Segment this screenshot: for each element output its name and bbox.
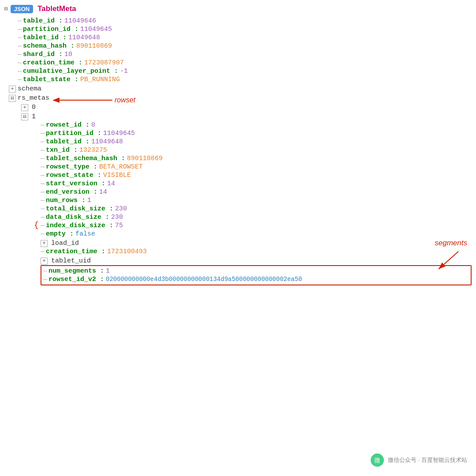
empty-key: empty : xyxy=(46,230,74,238)
index-disk-size-key: index_disk_size : xyxy=(46,222,113,229)
creation-time2-key: creation_time : xyxy=(46,248,105,255)
tablet-id2-row: — tablet_id : 11049648 xyxy=(41,138,472,146)
segments-highlight-box: — num_segments : 1 — rowset_id_v2 : 0200… xyxy=(41,265,472,285)
schema-node: + schema xyxy=(4,84,472,93)
partition-id2-key: partition_id : xyxy=(46,130,101,137)
tablet-id2-val: 11049648 xyxy=(91,138,123,146)
schema-row: + schema xyxy=(9,84,472,93)
page-title: TabletMeta xyxy=(37,4,76,13)
partition-id2-val: 11049645 xyxy=(103,130,135,137)
creation-time2-row: — creation_time : 1723100493 xyxy=(41,247,472,256)
rowset-arrow-svg xyxy=(53,94,115,106)
tablet-uid-expander[interactable]: + xyxy=(41,258,48,265)
schema-label: schema xyxy=(18,85,41,93)
rowset-id-key: rowset_id : xyxy=(46,121,89,129)
empty-row: — empty : false xyxy=(41,230,472,238)
num-segments-key: num_segments : xyxy=(48,267,104,275)
shard-id-val: 10 xyxy=(64,51,72,58)
rowset-type-val: BETA_ROWSET xyxy=(99,163,143,171)
index-1-children: — rowset_id : 0 — partition_id : 1104964… xyxy=(21,121,472,285)
empty-val: false xyxy=(75,230,95,238)
tablet-state-key: tablet_state : xyxy=(23,76,78,83)
cumulative-layer-point-val: -1 xyxy=(120,67,128,75)
table-id-key: table_id : xyxy=(23,17,63,25)
schema-hash-key: schema_hash : xyxy=(23,42,74,50)
total-disk-size-val: 230 xyxy=(115,205,127,213)
index-0-expander[interactable]: + xyxy=(21,104,28,111)
num-rows-val: 1 xyxy=(87,197,91,204)
index-1-row: ⊟ 1 xyxy=(21,112,472,121)
tablet-schema-hash-val: 890110869 xyxy=(127,155,163,162)
rowset-type-row: — rowset_type : BETA_ROWSET xyxy=(41,163,472,171)
rowset-label: rowset xyxy=(115,96,135,104)
creation-time2-val: 1723100493 xyxy=(107,248,147,255)
tablet-id-row: — tablet_id : 11049648 xyxy=(18,34,472,42)
index-1-label: 1 xyxy=(32,113,36,120)
rs-metas-row: ⊟ rs_metas rowset xyxy=(9,93,472,102)
rowset-id-v2-row: — rowset_id_v2 : 020000000000e4d3b000000… xyxy=(43,275,469,284)
schema-hash-row: — schema_hash : 890110869 xyxy=(18,42,472,50)
rowset-id-row: — rowset_id : 0 xyxy=(41,121,472,129)
rowset-id-v2-key: rowset_id_v2 : xyxy=(48,276,104,283)
partition-id-row: — partition_id : 11049645 xyxy=(18,25,472,34)
tablet-uid-row: + tablet_uid xyxy=(41,256,472,265)
shard-id-row: — shard_id : 10 xyxy=(18,50,472,59)
tablet-id-key: tablet_id : xyxy=(23,34,67,41)
data-disk-size-key: data_disk_size : xyxy=(46,214,109,221)
end-version-row: — end_version : 14 xyxy=(41,188,472,196)
cumulative-layer-point-row: — cumulative_layer_point : -1 xyxy=(18,67,472,75)
schema-expander[interactable]: + xyxy=(9,86,16,93)
load-id-expander[interactable]: + xyxy=(41,240,48,247)
start-version-key: start_version : xyxy=(46,180,105,187)
txn-id-val: 1323275 xyxy=(79,146,107,154)
wechat-icon: 微 xyxy=(370,453,384,467)
tablet-state-val: PB_RUNNING xyxy=(80,76,120,83)
load-id-label: load_id xyxy=(51,240,79,247)
index-disk-size-val: 75 xyxy=(115,222,123,229)
segments-annotation-area: segments xyxy=(41,265,472,285)
table-id-row: — table_id : 11049646 xyxy=(18,17,472,25)
num-segments-row: — num_segments : 1 xyxy=(43,267,469,275)
rs-metas-expander[interactable]: ⊟ xyxy=(9,95,16,102)
num-segments-val: 1 xyxy=(106,267,110,275)
txn-id-key: txn_id : xyxy=(46,146,78,154)
tablet-id-val: 11049648 xyxy=(68,34,100,41)
watermark-text: 微信公众号 · 百度智能云技术站 xyxy=(388,456,467,464)
num-rows-row: — num_rows : 1 xyxy=(41,196,472,205)
rowset-id-val: 0 xyxy=(91,121,95,129)
header-row: ⊟ JSON TabletMeta xyxy=(4,4,472,13)
num-rows-key: num_rows : xyxy=(46,197,86,204)
tablet-id2-key: tablet_id : xyxy=(46,138,89,146)
schema-hash-val: 890110869 xyxy=(76,42,112,50)
index-0-label: 0 xyxy=(32,104,36,111)
rowset-state-row: — rowset_state : VISIBLE xyxy=(41,171,472,180)
creation-time-val: 1723087907 xyxy=(84,59,124,67)
partition-id-val: 11049645 xyxy=(80,26,112,33)
watermark: 微 微信公众号 · 百度智能云技术站 xyxy=(370,453,467,467)
end-version-val: 14 xyxy=(99,188,107,196)
tablet-uid-label: tablet_uid xyxy=(51,257,91,265)
index-1-node: ⊟ 1 — rowset_id : 0 — partition_id : 110… xyxy=(9,112,472,285)
load-id-row: + load_id xyxy=(41,238,472,247)
tablet-state-row: — tablet_state : PB_RUNNING xyxy=(18,75,472,84)
data-disk-size-val: 230 xyxy=(111,214,123,221)
rs-metas-label: rs_metas xyxy=(18,94,49,102)
rowset-state-val: VISIBLE xyxy=(103,172,131,179)
tablet-schema-hash-key: tablet_schema_hash : xyxy=(46,155,125,162)
end-version-key: end_version : xyxy=(46,188,97,196)
cumulative-layer-point-key: cumulative_layer_point : xyxy=(23,67,118,75)
rowset-id-v2-val: 020000000000e4d3b00000000000134d9a500000… xyxy=(106,276,302,283)
index-disk-size-row: { — index_disk_size : 75 xyxy=(41,221,472,230)
rowset-type-key: rowset_type : xyxy=(46,163,97,171)
index-1-expander[interactable]: ⊟ xyxy=(21,113,28,120)
tablet-schema-hash-row: — tablet_schema_hash : 890110869 xyxy=(41,154,472,163)
main-container: ⊟ JSON TabletMeta — table_id : 11049646 … xyxy=(0,0,476,476)
shard-id-key: shard_id : xyxy=(23,51,63,58)
total-disk-size-key: total_disk_size : xyxy=(46,205,113,213)
json-badge: JSON xyxy=(11,5,33,13)
total-disk-size-row: — total_disk_size : 230 xyxy=(41,205,472,213)
rs-metas-section: ⊟ rs_metas rowset + 0 xyxy=(4,93,472,285)
top-fields: — table_id : 11049646 — partition_id : 1… xyxy=(4,17,472,84)
data-disk-size-row: — data_disk_size : 230 xyxy=(41,213,472,221)
rowset-annotation-container: rowset xyxy=(53,94,135,106)
